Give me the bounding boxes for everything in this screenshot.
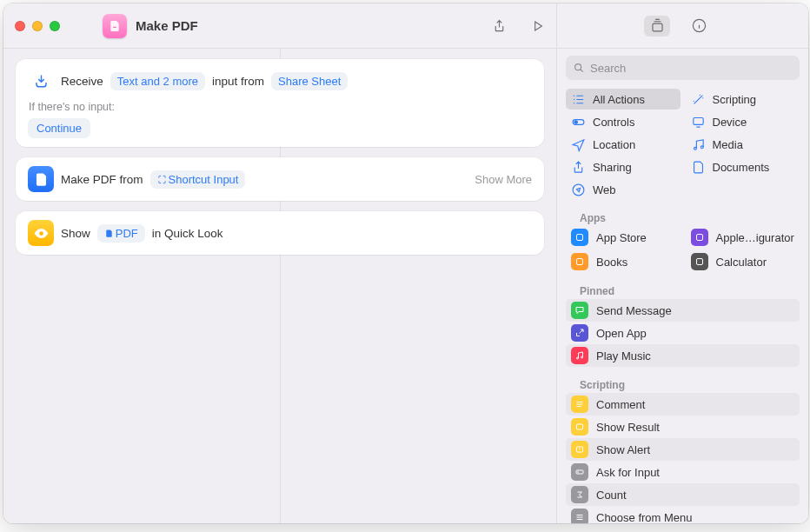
app-label: Calculator — [716, 256, 767, 269]
zoom-window-button[interactable] — [50, 21, 60, 31]
device-icon — [691, 115, 706, 130]
item-label: Show Alert — [596, 443, 650, 456]
sidebar-toolbar — [556, 3, 808, 48]
workflow-editor[interactable]: Receive Text and 2 more input from Share… — [3, 49, 556, 523]
from-label: input from — [212, 75, 264, 88]
category-grid: All ActionsScriptingControlsDeviceLocati… — [557, 87, 808, 205]
category-label: Web — [593, 183, 616, 196]
app-item[interactable]: Apple…igurator — [686, 226, 800, 249]
quick-look-icon — [28, 220, 54, 246]
category-location[interactable]: Location — [566, 134, 681, 155]
toggle-icon — [571, 115, 586, 130]
wand-icon — [691, 92, 706, 107]
category-label: Media — [713, 138, 743, 151]
svg-rect-13 — [577, 259, 583, 265]
close-window-button[interactable] — [15, 21, 25, 31]
category-device[interactable]: Device — [686, 111, 800, 132]
share-button[interactable] — [480, 14, 518, 38]
svg-point-16 — [581, 356, 583, 358]
action-library-sidebar: All ActionsScriptingControlsDeviceLocati… — [556, 49, 808, 523]
item-label: Ask for Input — [596, 466, 660, 479]
app-item[interactable]: Books — [566, 250, 681, 273]
item-icon — [571, 441, 588, 458]
category-all-actions[interactable]: All Actions — [566, 89, 681, 110]
category-controls[interactable]: Controls — [566, 111, 681, 132]
item-icon — [571, 509, 588, 523]
list-icon — [571, 92, 586, 107]
pinned-item[interactable]: Open App — [566, 322, 800, 344]
category-media[interactable]: Media — [686, 134, 800, 155]
shortcut-file-icon — [103, 14, 127, 38]
item-label: Open App — [596, 327, 647, 340]
section-pinned-header: Pinned — [566, 278, 800, 299]
no-input-label: If there's no input: — [29, 101, 532, 113]
info-button[interactable] — [686, 16, 712, 37]
share-icon — [571, 160, 586, 175]
svg-point-6 — [574, 120, 578, 123]
svg-rect-12 — [696, 235, 702, 241]
app-icon — [691, 229, 708, 246]
category-sharing[interactable]: Sharing — [566, 156, 681, 177]
category-label: All Actions — [593, 93, 645, 106]
app-item[interactable]: App Store — [566, 226, 681, 249]
category-web[interactable]: Web — [566, 179, 681, 200]
item-icon — [571, 463, 588, 481]
input-source-pill[interactable]: Share Sheet — [271, 72, 348, 90]
svg-rect-7 — [693, 117, 702, 124]
svg-rect-1 — [652, 23, 661, 31]
pinned-item[interactable]: Send Message — [566, 299, 800, 322]
svg-rect-17 — [577, 424, 583, 429]
app-item[interactable]: Calculator — [686, 250, 800, 273]
category-label: Scripting — [713, 93, 757, 106]
quick-look-action-card[interactable]: Show PDF in Quick Look — [16, 211, 544, 255]
search-field[interactable] — [566, 56, 800, 80]
category-label: Location — [593, 138, 635, 151]
scripting-item[interactable]: Comment — [566, 393, 800, 416]
category-label: Sharing — [593, 161, 632, 174]
pdf-variable[interactable]: PDF — [97, 224, 145, 243]
receive-action-card[interactable]: Receive Text and 2 more input from Share… — [16, 59, 544, 147]
make-pdf-icon — [28, 166, 54, 192]
scripting-item[interactable]: Choose from Menu — [566, 506, 800, 523]
scripting-item[interactable]: Show Alert — [566, 438, 800, 461]
app-label: Books — [596, 256, 627, 269]
app-label: App Store — [596, 231, 647, 244]
run-button[interactable] — [518, 14, 556, 38]
music-icon — [691, 137, 706, 152]
category-documents[interactable]: Documents — [686, 156, 800, 177]
item-icon — [571, 486, 588, 503]
scripting-item[interactable]: Show Result — [566, 416, 800, 438]
quick-look-tail: in Quick Look — [152, 227, 223, 240]
scripting-group: CommentShow ResultShow AlertAsk for Inpu… — [566, 393, 800, 523]
app-icon — [691, 253, 708, 270]
apps-group: App StoreApple…iguratorBooksCalculator — [566, 226, 800, 273]
category-label: Controls — [593, 116, 634, 129]
library-toggle-button[interactable] — [644, 16, 670, 37]
svg-rect-0 — [113, 26, 116, 27]
svg-point-3 — [39, 231, 43, 236]
pinned-item[interactable]: Play Music — [566, 344, 800, 367]
show-more-button[interactable]: Show More — [475, 173, 532, 186]
svg-point-4 — [575, 64, 581, 70]
receive-icon — [28, 68, 54, 94]
scripting-item[interactable]: Count — [566, 483, 800, 506]
svg-rect-19 — [576, 470, 583, 474]
make-pdf-action-card[interactable]: Make PDF from Shortcut Input Show More — [16, 157, 544, 201]
item-label: Comment — [596, 398, 645, 411]
svg-point-10 — [573, 184, 584, 196]
titlebar: Make PDF — [3, 3, 808, 49]
svg-point-9 — [700, 145, 703, 148]
scripting-item[interactable]: Ask for Input — [566, 461, 800, 483]
shortcut-input-variable[interactable]: Shortcut Input — [150, 170, 246, 189]
minimize-window-button[interactable] — [32, 21, 43, 31]
show-label: Show — [61, 227, 90, 240]
search-input[interactable] — [590, 62, 793, 75]
app-icon — [571, 253, 588, 270]
item-icon — [571, 396, 588, 413]
library-list[interactable]: Apps App StoreApple…iguratorBooksCalcula… — [557, 205, 808, 523]
no-input-behavior-pill[interactable]: Continue — [28, 118, 90, 138]
input-type-pill[interactable]: Text and 2 more — [110, 72, 205, 90]
category-scripting[interactable]: Scripting — [686, 89, 800, 110]
pinned-group: Send MessageOpen AppPlay Music — [566, 299, 800, 367]
item-icon — [571, 347, 588, 364]
